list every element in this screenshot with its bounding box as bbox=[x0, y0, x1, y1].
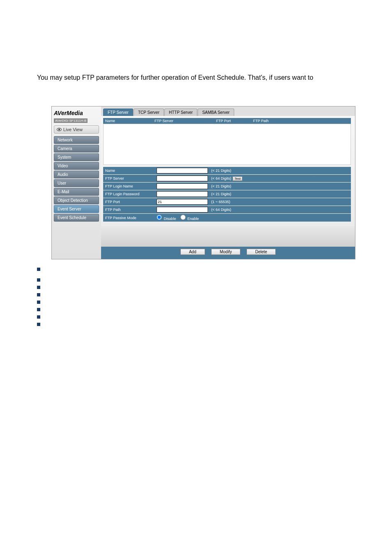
ftp-port-input[interactable] bbox=[157, 199, 208, 205]
sidebar-item-event-server[interactable]: Event Server bbox=[54, 205, 99, 213]
bullet-icon bbox=[37, 293, 40, 296]
ftp-login-hint: (< 21 Digits) bbox=[211, 184, 231, 188]
sidebar-item-video[interactable]: Video bbox=[54, 162, 99, 170]
bullet-icon bbox=[37, 323, 40, 326]
sidebar: AVerMedia AVerDiGi SF1311H-B Live View N… bbox=[52, 106, 101, 259]
col-ftp-port: FTP Port bbox=[216, 119, 253, 123]
bullet-icon bbox=[37, 286, 40, 289]
button-row: Add Modify Delete bbox=[101, 247, 355, 259]
sidebar-item-network[interactable]: Network bbox=[54, 136, 99, 144]
col-name: Name bbox=[105, 119, 154, 123]
ftp-password-label: FTP Login Password bbox=[105, 192, 157, 196]
brand-logo: AVerMedia bbox=[54, 110, 99, 116]
bullet-icon bbox=[37, 278, 40, 282]
add-button[interactable]: Add bbox=[180, 249, 205, 255]
sidebar-item-system[interactable]: System bbox=[54, 153, 99, 161]
passive-enable-radio[interactable] bbox=[180, 215, 186, 220]
ftp-password-hint: (< 21 Digits) bbox=[211, 192, 231, 196]
intro-paragraph: You may setup FTP parameters for further… bbox=[0, 0, 392, 94]
ftp-login-label: FTP Login Name bbox=[105, 184, 157, 188]
col-ftp-server: FTP Server bbox=[154, 119, 216, 123]
ftp-password-input[interactable] bbox=[157, 191, 208, 197]
name-label: Name bbox=[105, 169, 157, 173]
tab-http-server[interactable]: HTTP Server bbox=[164, 109, 197, 116]
modify-button[interactable]: Modify bbox=[211, 249, 240, 255]
passive-mode-label: FTP Passive Mode bbox=[105, 216, 157, 220]
ftp-path-label: FTP Path bbox=[105, 208, 157, 212]
model-label: AVerDiGi SF1311H-B bbox=[54, 118, 88, 123]
bullet-icon bbox=[37, 301, 40, 304]
delete-button[interactable]: Delete bbox=[247, 249, 276, 255]
passive-disable-radio[interactable] bbox=[157, 215, 162, 220]
server-list-body[interactable] bbox=[103, 124, 351, 165]
sidebar-item-camera[interactable]: Camera bbox=[54, 145, 99, 153]
name-input[interactable] bbox=[157, 168, 208, 173]
ftp-server-hint: (< 64 Digits) bbox=[211, 176, 231, 180]
app-window: AVerMedia AVerDiGi SF1311H-B Live View N… bbox=[51, 106, 355, 259]
bullet-icon bbox=[37, 315, 40, 319]
tab-samba-server[interactable]: SAMBA Server bbox=[198, 109, 234, 116]
ftp-port-hint: (1 ~ 65535) bbox=[211, 200, 230, 204]
ftp-server-label: FTP Server bbox=[105, 176, 157, 180]
main-content: FTP Server TCP Server HTTP Server SAMBA … bbox=[101, 106, 355, 259]
name-hint: (< 21 Digits) bbox=[211, 169, 231, 173]
tab-bar: FTP Server TCP Server HTTP Server SAMBA … bbox=[101, 106, 355, 116]
sidebar-item-event-schedule[interactable]: Event Schedule bbox=[54, 214, 99, 222]
ftp-form: Name (< 21 Digits) FTP Server (< 64 Digi… bbox=[103, 167, 351, 222]
col-ftp-path: FTP Path bbox=[253, 119, 349, 123]
ftp-path-input[interactable] bbox=[157, 207, 208, 213]
footer-spacer bbox=[101, 226, 355, 247]
passive-enable-option[interactable]: Enable bbox=[180, 215, 199, 221]
tab-ftp-server[interactable]: FTP Server bbox=[103, 109, 133, 116]
bullet-icon bbox=[37, 308, 40, 311]
passive-enable-label: Enable bbox=[187, 217, 199, 221]
ftp-server-input[interactable] bbox=[157, 176, 208, 181]
test-button[interactable]: Test bbox=[233, 176, 243, 181]
ftp-login-input[interactable] bbox=[157, 183, 208, 189]
ftp-path-hint: (< 64 Digits) bbox=[211, 208, 231, 212]
sidebar-item-email[interactable]: E-Mail bbox=[54, 188, 99, 196]
passive-disable-option[interactable]: Disable bbox=[157, 215, 176, 221]
passive-disable-label: Disable bbox=[164, 217, 176, 221]
sidebar-item-object-detection[interactable]: Object Detection bbox=[54, 197, 99, 204]
server-list-header: Name FTP Server FTP Port FTP Path bbox=[103, 118, 351, 124]
live-view-label: Live View bbox=[63, 127, 83, 132]
bullet-icon bbox=[37, 268, 40, 271]
live-view-button[interactable]: Live View bbox=[54, 125, 99, 134]
ftp-port-label: FTP Port bbox=[105, 200, 157, 204]
eye-icon bbox=[57, 128, 62, 131]
bullet-list bbox=[37, 268, 392, 326]
sidebar-item-user[interactable]: User bbox=[54, 179, 99, 187]
sidebar-item-audio[interactable]: Audio bbox=[54, 171, 99, 178]
tab-tcp-server[interactable]: TCP Server bbox=[134, 109, 164, 116]
